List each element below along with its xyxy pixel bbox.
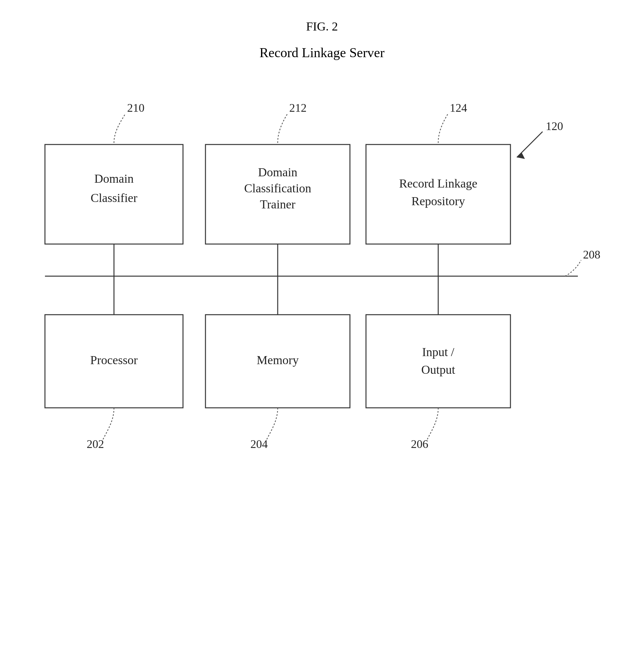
ref-202-label: 202	[87, 438, 104, 450]
input-output-label-line2: Output	[421, 363, 455, 376]
figure-label: FIG. 2	[0, 19, 644, 34]
ref-204-curve	[267, 408, 278, 440]
ref-124-curve	[438, 114, 448, 143]
ref-212-label: 212	[289, 102, 307, 114]
domain-classification-trainer-label-line1: Domain	[258, 165, 297, 179]
diagram-title: Record Linkage Server	[0, 45, 644, 60]
ref-206-label: 206	[411, 438, 428, 450]
ref-208-label: 208	[583, 248, 600, 261]
ref-210-curve	[114, 114, 125, 143]
domain-classifier-label-line1: Domain	[95, 172, 133, 185]
ref-204-label: 204	[250, 438, 268, 450]
record-linkage-repository-label-line2: Repository	[412, 194, 465, 208]
input-output-label-line1: Input /	[422, 345, 455, 359]
diagram-svg: Domain Classifier Domain Classification …	[26, 90, 617, 604]
ref-206-curve	[427, 408, 438, 440]
domain-classification-trainer-label-line3: Trainer	[260, 198, 296, 211]
processor-label: Processor	[90, 353, 138, 367]
ref-124-label: 124	[450, 102, 467, 114]
record-linkage-repository-label-line1: Record Linkage	[399, 177, 477, 190]
ref-212-curve	[278, 114, 287, 143]
ref-120-label: 120	[546, 120, 563, 132]
ref-202-curve	[103, 408, 114, 440]
domain-classifier-label-line2: Classifier	[91, 191, 137, 205]
domain-classification-trainer-label-line2: Classification	[244, 181, 311, 195]
ref-208-curve	[565, 260, 581, 276]
ref-210-label: 210	[127, 102, 144, 114]
memory-label: Memory	[257, 353, 299, 367]
input-output-box	[366, 315, 511, 408]
